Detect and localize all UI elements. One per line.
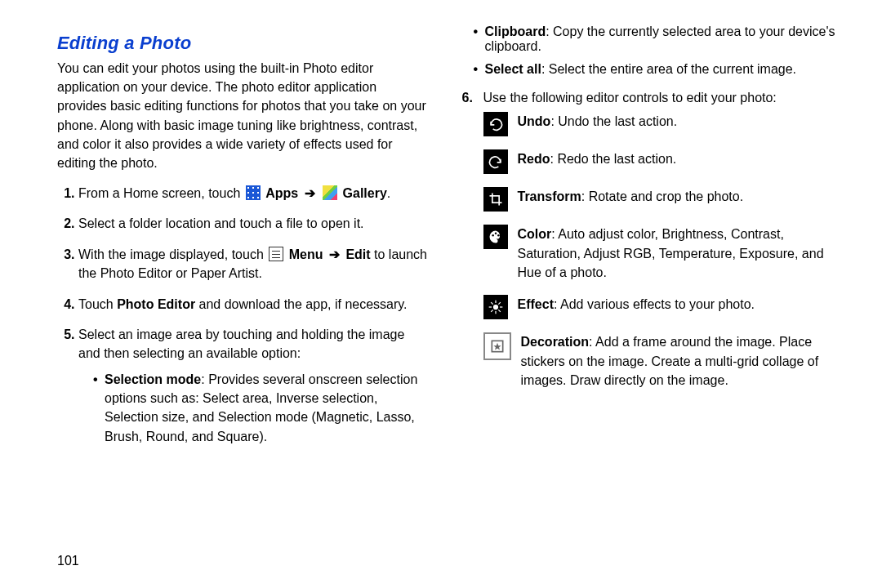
control-undo: Undo: Undo the last action. — [483, 112, 850, 136]
step-6-text: Use the following editor controls to edi… — [483, 91, 777, 105]
step-4-bold: Photo Editor — [117, 297, 195, 311]
control-decoration: Decoration: Add a frame around the image… — [483, 332, 850, 390]
step-1: From a Home screen, touch Apps Gallery. — [78, 184, 430, 203]
transform-icon — [483, 187, 508, 212]
selection-mode-label: Selection mode — [105, 372, 201, 386]
editor-controls-list: Undo: Undo the last action. Redo: Redo t… — [483, 112, 850, 390]
section-title: Editing a Photo — [57, 33, 430, 54]
redo-label: Redo — [518, 152, 550, 166]
step-2: Select a folder location and touch a fil… — [78, 214, 430, 233]
svg-line-15 — [498, 310, 501, 313]
color-label: Color — [518, 227, 552, 241]
svg-marker-19 — [493, 343, 501, 350]
svg-line-17 — [498, 303, 501, 305]
page-number: 101 — [57, 554, 79, 568]
redo-text: : Redo the last action. — [550, 152, 677, 166]
svg-line-14 — [491, 303, 493, 305]
transform-text: : Rotate and crop the photo. — [581, 189, 743, 203]
select-all-text: : Select the entire area of the current … — [541, 62, 796, 76]
svg-point-9 — [493, 305, 497, 310]
clipboard-label: Clipboard — [485, 24, 546, 38]
svg-point-6 — [492, 234, 494, 237]
apps-icon — [246, 185, 261, 200]
gallery-icon — [323, 185, 337, 200]
color-text: : Auto adjust color, Brightness, Contras… — [518, 227, 824, 279]
transform-label: Transform — [518, 189, 581, 203]
step-6: Use the following editor controls to edi… — [462, 88, 850, 390]
steps-list: From a Home screen, touch Apps Gallery. … — [57, 184, 430, 446]
control-color: Color: Auto adjust color, Brightness, Co… — [483, 225, 850, 282]
edit-label: Edit — [345, 247, 370, 261]
svg-rect-0 — [492, 196, 498, 203]
control-effect: Effect: Add various effects to your phot… — [483, 295, 850, 319]
redo-icon — [483, 149, 508, 174]
manual-page: Editing a Photo You can edit your photos… — [0, 0, 882, 588]
decoration-icon — [483, 332, 511, 360]
step-1-pre: From a Home screen, touch — [78, 186, 244, 200]
svg-line-16 — [491, 310, 493, 313]
undo-icon — [483, 112, 508, 136]
svg-point-8 — [497, 234, 500, 237]
color-icon — [483, 225, 508, 249]
undo-text: : Undo the last action. — [550, 114, 677, 128]
apps-label: Apps — [265, 186, 298, 200]
effect-icon — [483, 295, 508, 319]
step-5-select-all: Select all: Select the entire area of th… — [474, 62, 850, 77]
step-4-post: and download the app, if necessary. — [195, 297, 407, 311]
step-5: Select an image area by touching and hol… — [78, 325, 430, 446]
step-5-continued: Clipboard: Copy the currently selected a… — [462, 24, 850, 77]
step-3-pre: With the image displayed, touch — [78, 247, 267, 261]
svg-point-7 — [494, 233, 497, 235]
step-1-post: . — [387, 186, 390, 200]
effect-label: Effect — [518, 297, 554, 311]
step-5-clipboard: Clipboard: Copy the currently selected a… — [474, 24, 850, 54]
left-column: Editing a Photo You can edit your photos… — [57, 24, 430, 457]
undo-label: Undo — [518, 114, 551, 128]
select-all-label: Select all — [485, 62, 541, 76]
arrow-icon — [302, 186, 318, 200]
arrow-icon2 — [327, 247, 342, 261]
menu-icon — [269, 247, 283, 261]
right-column: Clipboard: Copy the currently selected a… — [462, 24, 850, 457]
step-4: Touch Photo Editor and download the app,… — [78, 295, 430, 314]
intro-paragraph: You can edit your photos using the built… — [57, 59, 430, 172]
gallery-label: Gallery — [343, 186, 387, 200]
step-5-intro: Select an image area by touching and hol… — [78, 327, 404, 360]
menu-label: Menu — [289, 247, 323, 261]
control-transform: Transform: Rotate and crop the photo. — [483, 187, 850, 212]
step-4-pre: Touch — [78, 297, 117, 311]
effect-text: : Add various effects to your photo. — [554, 297, 755, 311]
step-3: With the image displayed, touch Menu Edi… — [78, 245, 430, 283]
step-5-selection-mode: Selection mode: Provides several onscree… — [93, 370, 430, 446]
decoration-label: Decoration — [521, 335, 590, 349]
control-redo: Redo: Redo the last action. — [483, 149, 850, 174]
